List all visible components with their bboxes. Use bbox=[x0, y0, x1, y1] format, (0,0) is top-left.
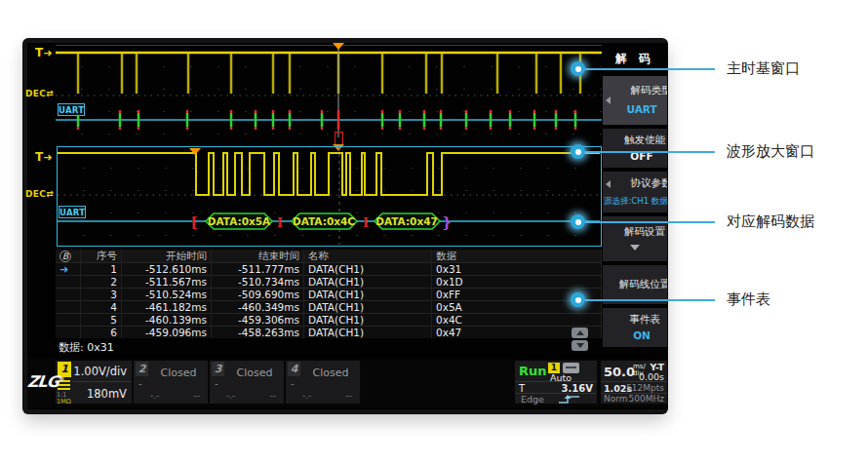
zoom-waveform-svg: [ I I } DATA:0x5A DATA:0x4C DATA:0x47 bbox=[58, 147, 600, 245]
acquire-mode: Norm bbox=[604, 394, 628, 404]
callout-dot-decode-data bbox=[571, 214, 585, 229]
dec-label-zoom: DEC⇄ bbox=[25, 189, 54, 199]
trigger-level-label-main: T➜ bbox=[35, 47, 52, 59]
main-waveform-svg bbox=[56, 46, 602, 137]
menu-button-trigger-enable[interactable]: 触发使能 OFF bbox=[603, 129, 667, 168]
svg-text:DATA:0x4C: DATA:0x4C bbox=[293, 215, 355, 227]
channel-3-tile[interactable]: 3 - Closed -.- -- bbox=[210, 361, 284, 404]
channel-2-badge: 2 bbox=[136, 362, 148, 376]
channel-4-tile[interactable]: 4 - Closed -.- -- bbox=[286, 361, 360, 404]
channel-3-status: Closed bbox=[225, 367, 284, 379]
callout-line bbox=[585, 299, 715, 301]
annotation-decode-data: 对应解码数据 bbox=[727, 213, 814, 230]
frame-sep-mark: I bbox=[277, 215, 283, 230]
decode-bubble: DATA:0x47 bbox=[375, 213, 440, 229]
channel-2-tile[interactable]: 2 - Closed -.- -- bbox=[134, 361, 208, 404]
channel-4-badge: 4 bbox=[288, 362, 300, 376]
annotation-event-table: 事件表 bbox=[727, 291, 770, 308]
menu-button-protocol-params[interactable]: 协议参数 源选择:CH1 数据 bbox=[603, 172, 667, 212]
frame-sep-mark: I bbox=[363, 215, 369, 230]
event-table-header: B 序号 开始时间 结束时间 名称 数据 bbox=[56, 250, 602, 262]
frame-close-mark: } bbox=[442, 214, 451, 230]
table-row[interactable]: 4 -461.182ms -460.349ms DATA(CH1) 0x5A bbox=[56, 300, 602, 313]
channel-1-scale: 1.00V/div bbox=[73, 365, 127, 378]
channel-1-tile[interactable]: 1 1:11MΩ 1.00V/div 180mV bbox=[56, 361, 132, 404]
uart-bus-tag-zoom: UART bbox=[59, 206, 86, 218]
chevron-left-icon bbox=[606, 180, 611, 188]
dec-label-main: DEC⇄ bbox=[25, 89, 54, 98]
ch1-trace-zoom bbox=[58, 153, 600, 195]
table-row[interactable]: 3 -510.524ms -509.690ms DATA(CH1) 0xFF bbox=[56, 288, 602, 300]
channel-4-status: Closed bbox=[301, 367, 360, 379]
callout-dot-event-table bbox=[571, 292, 585, 307]
decode-menu-panel: 解 码 解码类型 UART 触发使能 OFF 协议参数 源选择:CH1 数据 解… bbox=[603, 49, 667, 353]
annotation-main-timebase-window: 主时基窗口 bbox=[727, 60, 800, 77]
menu-title: 解 码 bbox=[603, 51, 667, 67]
frame-open-mark: [ bbox=[190, 213, 197, 231]
rising-edge-icon bbox=[558, 395, 581, 404]
trigger-status-tile[interactable]: Run 1 Auto T 3.16V Edge bbox=[515, 361, 597, 404]
menu-button-event-table[interactable]: 事件表 ON bbox=[603, 308, 667, 347]
bus-icon[interactable]: B bbox=[59, 251, 71, 262]
waveform-zoom-window: [ I I } DATA:0x5A DATA:0x4C DATA:0x47 bbox=[57, 146, 602, 247]
zoom-start-marker[interactable] bbox=[189, 148, 201, 155]
channel-1-offset: 180mV bbox=[87, 387, 127, 401]
decode-bubble: DATA:0x4C bbox=[292, 213, 357, 229]
table-row[interactable]: 6 -459.096ms -458.263ms DATA(CH1) 0x47 bbox=[56, 326, 602, 338]
timebase-status-tile[interactable]: 50.0 ms/div Y-T 0.00s 1.02s 512Mpts Norm… bbox=[601, 361, 667, 404]
decode-bubble: DATA:0x5A bbox=[206, 213, 272, 229]
bandwidth: 500MHz bbox=[629, 394, 664, 404]
callout-dot-main-window bbox=[571, 61, 585, 76]
table-scroll-up-button[interactable] bbox=[572, 328, 588, 338]
table-row[interactable]: 2 -511.567ms -510.734ms DATA(CH1) 0x1D bbox=[56, 275, 602, 288]
menu-button-decode-line-position[interactable]: 解码线位置 bbox=[603, 265, 667, 304]
table-row[interactable]: ➜ 1 -512.610ms -511.777ms DATA(CH1) 0x31 bbox=[56, 262, 602, 275]
callout-line bbox=[585, 151, 715, 153]
timebase-scale: 50.0 bbox=[604, 365, 635, 379]
trigger-level-label-zoom: T➜ bbox=[35, 151, 52, 164]
table-row[interactable]: 5 -460.139ms -459.306ms DATA(CH1) 0x4C bbox=[56, 313, 602, 326]
channel-2-status: Closed bbox=[149, 367, 208, 379]
event-table: B 序号 开始时间 结束时间 名称 数据 ➜ 1 -512.610ms -511… bbox=[56, 250, 602, 338]
table-scroll-down-button[interactable] bbox=[572, 340, 588, 351]
zoom-cursor-gate-icon bbox=[335, 132, 343, 144]
svg-text:DATA:0x5A: DATA:0x5A bbox=[208, 215, 271, 227]
memory-depth: 512Mpts bbox=[626, 383, 664, 393]
channel-3-badge: 3 bbox=[212, 362, 224, 376]
selected-row-pointer-icon: ➜ bbox=[59, 263, 68, 275]
annotation-zoom-window: 波形放大窗口 bbox=[727, 143, 814, 160]
callout-dot-zoom-window bbox=[571, 144, 585, 159]
zlg-logo: ZLG® bbox=[26, 372, 65, 391]
trigger-type: Edge bbox=[521, 394, 544, 405]
chevron-down-icon bbox=[630, 245, 640, 251]
run-status: Run bbox=[519, 364, 547, 378]
trigger-position-marker[interactable] bbox=[333, 43, 344, 50]
menu-button-decode-type[interactable]: 解码类型 UART bbox=[603, 76, 667, 125]
main-timebase-window bbox=[56, 45, 602, 136]
callout-line bbox=[585, 68, 715, 70]
uart-bus-tag-main: UART bbox=[58, 103, 85, 116]
callout-line bbox=[585, 221, 715, 223]
table-footer-data: 数据: 0x31 bbox=[59, 340, 114, 355]
svg-text:DATA:0x47: DATA:0x47 bbox=[375, 215, 438, 227]
